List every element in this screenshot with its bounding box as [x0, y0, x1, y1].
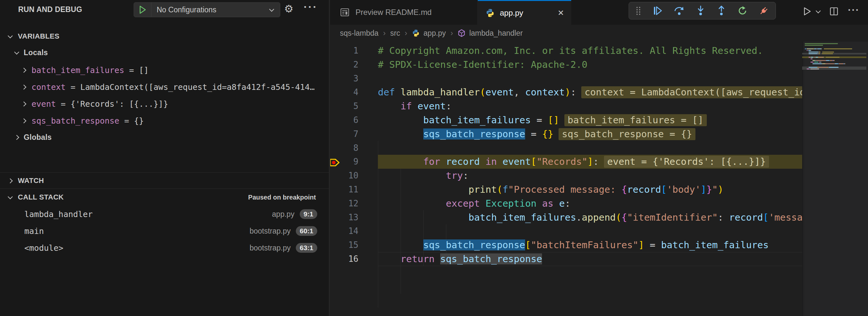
line-number[interactable]: 3	[330, 72, 378, 86]
frame-line-badge: 63:1	[296, 243, 317, 253]
line-number[interactable]: 4	[330, 85, 378, 99]
code-line-3[interactable]: 3	[330, 72, 802, 86]
code-line-content[interactable]	[378, 72, 802, 86]
watch-section-header[interactable]: WATCH	[0, 174, 329, 188]
call-stack-section-header[interactable]: CALL STACK Paused on breakpoint	[0, 190, 329, 204]
breadcrumb-item[interactable]: src	[390, 29, 400, 38]
frame-line-badge: 60:1	[296, 226, 317, 236]
step-out-icon[interactable]	[716, 5, 726, 16]
gear-icon[interactable]: ⚙	[284, 3, 293, 15]
line-number[interactable]: 12	[330, 197, 378, 211]
code-line-content[interactable]: print(f"Processed message: {record['body…	[378, 183, 802, 197]
step-over-icon[interactable]	[674, 5, 685, 16]
line-number[interactable]: 2	[330, 58, 378, 72]
code-line-content[interactable]: sqs_batch_response["batchItemFailures"] …	[378, 238, 802, 252]
code-line-7[interactable]: 7 sqs_batch_response = {}sqs_batch_respo…	[330, 127, 802, 141]
variables-section-header[interactable]: VARIABLES	[0, 30, 329, 43]
paused-status-badge: Paused on breakpoint	[248, 194, 316, 201]
breadcrumb-item[interactable]: app.py	[424, 29, 446, 38]
code-line-12[interactable]: 12 except Exception as e:	[330, 197, 802, 211]
gripper-icon[interactable]	[636, 6, 641, 15]
code-line-content[interactable]: for record in event["Records"]:event = {…	[378, 155, 802, 169]
debug-config-dropdown[interactable]: No Configurations	[134, 2, 280, 17]
step-into-icon[interactable]	[696, 5, 706, 16]
code-line-10[interactable]: 10 try:	[330, 169, 802, 183]
breadcrumb-separator: ›	[450, 29, 454, 38]
code-line-2[interactable]: 2# SPDX-License-Identifier: Apache-2.0	[330, 58, 802, 72]
line-number[interactable]: 11	[330, 183, 378, 197]
breadcrumb-item[interactable]: sqs-lambda	[340, 29, 378, 38]
code-line-content[interactable]: sqs_batch_response = {}sqs_batch_respons…	[378, 127, 802, 141]
globals-tree-item[interactable]: Globals	[0, 130, 329, 144]
line-number[interactable]: 10	[330, 169, 378, 183]
code-line-content[interactable]: except Exception as e:	[378, 197, 802, 211]
call-stack-frame[interactable]: lambda_handlerapp.py9:1	[0, 206, 329, 223]
code-line-6[interactable]: 6 batch_item_failures = []batch_item_fai…	[330, 113, 802, 127]
line-number[interactable]: 1	[330, 44, 378, 58]
line-number[interactable]: 16	[330, 252, 378, 266]
code-line-1[interactable]: 1# Copyright Amazon.com, Inc. or its aff…	[330, 44, 802, 58]
call-stack-frame[interactable]: <module>bootstrap.py63:1	[0, 240, 329, 256]
variable-row[interactable]: batch_item_failures = []	[0, 62, 329, 78]
variable-row[interactable]: sqs_batch_response = {}	[0, 112, 329, 129]
minimap[interactable]	[802, 41, 868, 316]
code-line-content[interactable]: # SPDX-License-Identifier: Apache-2.0	[378, 58, 802, 72]
code-line-9[interactable]: 9 for record in event["Records"]:event =…	[330, 155, 802, 169]
editor-actions: ···	[802, 6, 860, 16]
line-number[interactable]: 9	[330, 155, 378, 169]
code-line-content[interactable]: try:	[378, 169, 802, 183]
start-debug-button[interactable]	[134, 3, 152, 17]
variable-value: LambdaContext([aws_request_id=a8fa412f-a…	[81, 83, 315, 92]
chevron-right-icon	[22, 67, 27, 73]
call-stack-frame[interactable]: mainbootstrap.py60:1	[0, 223, 329, 240]
run-dropdown-icon[interactable]	[816, 8, 821, 13]
split-editor-icon[interactable]	[829, 6, 839, 16]
line-number[interactable]: 13	[330, 211, 378, 224]
tab-preview-readme[interactable]: Preview README.md	[330, 0, 478, 25]
code-editor[interactable]: 1# Copyright Amazon.com, Inc. or its aff…	[330, 41, 802, 316]
line-number[interactable]: 5	[330, 99, 378, 113]
chevron-down-icon	[269, 6, 274, 12]
frame-name: main	[24, 226, 249, 236]
disconnect-icon[interactable]	[759, 5, 769, 16]
close-icon[interactable]: ✕	[558, 8, 564, 18]
code-line-content[interactable]: batch_item_failures = []batch_item_failu…	[378, 113, 802, 127]
line-number[interactable]: 6	[330, 113, 378, 127]
frame-file: bootstrap.py	[249, 244, 291, 252]
inline-debug-value: context = LambdaContext([aws_request_id=…	[581, 86, 802, 98]
code-line-content[interactable]: if event:	[378, 99, 802, 113]
call-stack-frame-list: lambda_handlerapp.py9:1mainbootstrap.py6…	[0, 206, 329, 256]
code-line-13[interactable]: 13 batch_item_failures.append({"itemIden…	[330, 211, 802, 224]
code-line-content[interactable]: batch_item_failures.append({"itemIdentif…	[378, 211, 802, 224]
code-line-4[interactable]: 4def lambda_handler(event, context):cont…	[330, 85, 802, 99]
code-line-16[interactable]: 16 return sqs_batch_response	[330, 252, 802, 266]
restart-icon[interactable]	[737, 5, 748, 16]
code-line-content[interactable]: # Copyright Amazon.com, Inc. or its affi…	[378, 44, 802, 58]
code-line-8[interactable]: 8	[330, 141, 802, 155]
code-line-content[interactable]: def lambda_handler(event, context):conte…	[378, 85, 802, 99]
line-number[interactable]: 7	[330, 127, 378, 141]
variable-row[interactable]: context = LambdaContext([aws_request_id=…	[0, 78, 329, 95]
variable-row[interactable]: event = {'Records': [{...}]}	[0, 95, 329, 112]
more-actions-icon[interactable]: ···	[304, 1, 317, 13]
more-actions-icon[interactable]: ···	[848, 4, 860, 15]
code-line-content[interactable]	[378, 224, 802, 238]
code-line-11[interactable]: 11 print(f"Processed message: {record['b…	[330, 183, 802, 197]
code-line-14[interactable]: 14	[330, 224, 802, 238]
code-line-5[interactable]: 5 if event:	[330, 99, 802, 113]
inline-debug-value: sqs_batch_response = {}	[559, 128, 695, 140]
frame-file: app.py	[272, 210, 294, 219]
continue-icon[interactable]	[652, 5, 663, 16]
locals-tree-item[interactable]: Locals	[0, 46, 329, 59]
breadcrumb-item[interactable]: lambda_handler	[469, 29, 523, 38]
tab-app-py[interactable]: app.py ✕	[478, 0, 571, 25]
line-number[interactable]: 15	[330, 238, 378, 252]
line-number[interactable]: 8	[330, 141, 378, 155]
code-line-15[interactable]: 15 sqs_batch_response["batchItemFailures…	[330, 238, 802, 252]
line-number[interactable]: 14	[330, 224, 378, 238]
code-line-content[interactable]: return sqs_batch_response	[378, 252, 802, 266]
run-icon[interactable]	[802, 6, 812, 16]
frame-name: lambda_handler	[24, 210, 272, 219]
code-line-content[interactable]	[378, 141, 802, 155]
sidebar-header: RUN AND DEBUG No Configurations ⚙ ···	[0, 0, 329, 20]
